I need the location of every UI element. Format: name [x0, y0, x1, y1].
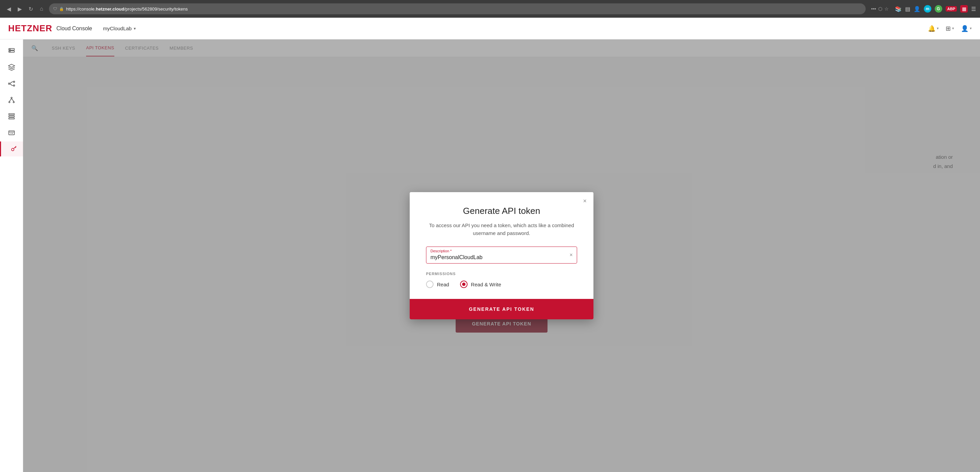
bookmark-icon[interactable]: ☆	[885, 6, 889, 11]
permission-readwrite-option[interactable]: Read & Write	[460, 281, 501, 288]
svg-line-7	[10, 82, 12, 84]
firewall-icon	[8, 113, 15, 120]
radio-readwrite-outer	[460, 281, 468, 288]
modal-body: Generate API token To access our API you…	[410, 192, 593, 299]
svg-line-8	[10, 84, 12, 86]
app-name: Cloud Console	[56, 25, 92, 32]
browser-actions: ••• ⬡ ☆	[871, 6, 889, 11]
user-button[interactable]: 👤 ▾	[961, 25, 972, 32]
refresh-button[interactable]: ↻	[26, 4, 35, 14]
back-button[interactable]: ◀	[4, 4, 14, 14]
modal-overlay: × Generate API token To access our API y…	[23, 40, 980, 472]
modal-description: To access our API you need a token, whic…	[426, 222, 577, 237]
permission-readwrite-label: Read & Write	[471, 281, 501, 288]
chevron-down-icon: ▾	[134, 26, 136, 31]
shield-icon: 🛡	[53, 6, 57, 11]
svg-rect-6	[13, 85, 14, 86]
sidebar-item-security[interactable]	[0, 141, 23, 156]
content-area: 🔍 SSH KEYS API TOKENS CERTIFICATES MEMBE…	[23, 40, 980, 472]
modal-close-button[interactable]: ×	[583, 197, 587, 205]
description-input-group: Description * ×	[426, 246, 577, 264]
notifications-button[interactable]: 🔔 ▾	[928, 25, 939, 32]
forward-button[interactable]: ▶	[15, 4, 24, 14]
main-layout: 🔍 SSH KEYS API TOKENS CERTIFICATES MEMBE…	[0, 40, 980, 472]
servers-icon	[8, 47, 15, 55]
sidebar-item-servers[interactable]	[4, 43, 19, 59]
chevron-down-icon: ▾	[937, 26, 939, 30]
sidebar-toggle-icon[interactable]: ▤	[905, 6, 910, 12]
logo: HETZNER Cloud Console	[8, 23, 92, 34]
user-icon: 👤	[961, 25, 969, 32]
extension-icon-abp[interactable]: ABP	[946, 6, 957, 11]
extension-icon-red[interactable]: ▦	[960, 5, 968, 13]
permissions-label: PERMISSIONS	[426, 272, 577, 276]
radio-read-outer	[426, 281, 434, 288]
svg-rect-4	[8, 83, 10, 84]
sidebar	[0, 40, 23, 472]
url-text: https://console.hetzner.cloud/projects/5…	[66, 6, 188, 11]
svg-point-21	[11, 148, 14, 151]
key-icon	[11, 145, 18, 153]
description-input[interactable]	[430, 254, 563, 261]
generate-api-token-button[interactable]: GENERATE API TOKEN	[410, 299, 593, 319]
svg-line-15	[11, 98, 14, 101]
network-icon	[8, 80, 15, 87]
svg-point-3	[10, 51, 10, 52]
header: HETZNER Cloud Console myCloudLab ▾ 🔔 ▾ ⊞…	[0, 17, 980, 40]
app: HETZNER Cloud Console myCloudLab ▾ 🔔 ▾ ⊞…	[0, 17, 980, 472]
svg-point-11	[11, 97, 12, 99]
svg-line-14	[9, 98, 11, 101]
sidebar-item-firewalls[interactable]	[4, 109, 19, 124]
header-actions: 🔔 ▾ ⊞ ▾ 👤 ▾	[928, 25, 972, 32]
sidebar-item-networks[interactable]	[4, 76, 19, 91]
sidebar-item-load-balancers[interactable]	[4, 92, 19, 108]
chevron-down-icon: ▾	[970, 26, 972, 30]
extension-icon-g[interactable]: G	[935, 5, 942, 13]
permissions-options: Read Read & Write	[426, 281, 577, 288]
permission-read-option[interactable]: Read	[426, 281, 449, 288]
svg-point-13	[13, 102, 14, 103]
modal: × Generate API token To access our API y…	[410, 192, 593, 319]
svg-rect-18	[8, 118, 14, 119]
svg-rect-16	[8, 114, 14, 115]
svg-rect-5	[13, 81, 14, 83]
menu-icon[interactable]: ☰	[971, 6, 976, 12]
logo-text: HETZNER	[8, 23, 52, 34]
svg-rect-17	[8, 116, 14, 117]
sidebar-item-managed[interactable]	[4, 125, 19, 140]
modal-title: Generate API token	[426, 206, 577, 216]
managed-icon	[8, 129, 15, 137]
grid-icon: ⊞	[946, 25, 951, 32]
project-name: myCloudLab	[103, 25, 132, 31]
svg-rect-19	[8, 131, 14, 135]
address-bar[interactable]: 🛡 🔒 https://console.hetzner.cloud/projec…	[49, 3, 865, 14]
apps-button[interactable]: ⊞ ▾	[946, 25, 954, 32]
project-selector[interactable]: myCloudLab ▾	[103, 25, 136, 31]
loadbalancer-icon	[8, 96, 15, 104]
extension-icon-m[interactable]: m	[924, 5, 931, 13]
radio-readwrite-inner	[462, 283, 466, 286]
sidebar-item-volumes[interactable]	[4, 60, 19, 75]
profile-icon[interactable]: 👤	[914, 6, 920, 12]
description-label: Description *	[430, 249, 452, 253]
svg-point-12	[8, 102, 10, 103]
browser-nav-buttons: ◀ ▶ ↻ ⌂	[4, 4, 46, 14]
permission-read-label: Read	[437, 281, 449, 288]
home-button[interactable]: ⌂	[37, 4, 46, 14]
lock-icon: 🔒	[59, 7, 64, 11]
cube-icon	[8, 64, 15, 71]
chevron-down-icon: ▾	[952, 26, 954, 30]
browser-toolbar-icons: 📚 ▤ 👤 m G ABP ▦ ☰	[895, 5, 976, 13]
browser-chrome: ◀ ▶ ↻ ⌂ 🛡 🔒 https://console.hetzner.clou…	[0, 0, 980, 17]
permissions-section: PERMISSIONS Read	[426, 272, 577, 288]
svg-point-2	[10, 49, 10, 49]
bell-icon: 🔔	[928, 25, 935, 32]
clear-input-button[interactable]: ×	[570, 252, 573, 258]
pocket-icon[interactable]: ⬡	[878, 6, 882, 11]
library-icon[interactable]: 📚	[895, 6, 902, 12]
more-icon[interactable]: •••	[871, 6, 876, 11]
modal-footer: GENERATE API TOKEN	[410, 299, 593, 319]
